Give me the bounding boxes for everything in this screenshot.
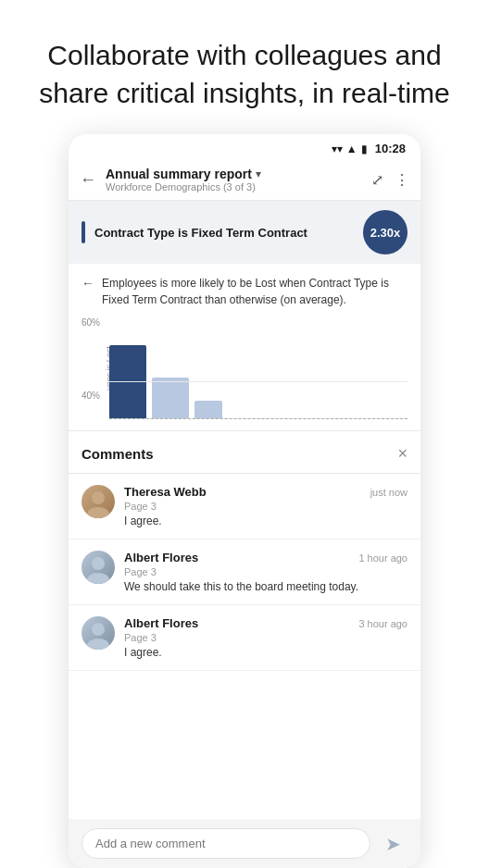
insight-bar <box>82 221 85 243</box>
comment-text: We should take this to the board meeting… <box>124 580 408 593</box>
comment-page: Page 3 <box>124 566 408 577</box>
svg-point-5 <box>87 639 109 650</box>
bar-fixed-term <box>109 345 146 419</box>
comment-item: Albert Flores 1 hour ago Page 3 We shoul… <box>69 539 420 605</box>
comment-body: Albert Flores 1 hour ago Page 3 We shoul… <box>124 551 408 593</box>
chart-back: ← Employees is more likely to be Lost wh… <box>82 275 408 308</box>
battery-icon: ▮ <box>361 143 368 155</box>
avatar <box>82 551 115 584</box>
insight-badge: 2.30x <box>363 210 408 254</box>
close-comments-button[interactable]: × <box>397 444 408 464</box>
bar-other <box>152 378 189 419</box>
comment-body: Albert Flores 3 hour ago Page 3 I agree. <box>124 616 408 659</box>
grid-line-60 <box>109 381 408 382</box>
avatar <box>82 485 115 518</box>
send-icon: ➤ <box>385 833 401 855</box>
insight-badge-value: 2.30x <box>370 226 401 240</box>
chart-back-arrow-icon: ← <box>82 276 94 291</box>
status-time: 10:28 <box>375 142 406 155</box>
comments-section: Comments × Theresa Webb just now Page 3 <box>69 431 420 868</box>
app-header: ← Annual summary report ▾ Workforce Demo… <box>69 159 420 201</box>
status-icons: ▾▾ ▲ ▮ 10:28 <box>332 142 406 155</box>
phone-mockup: ▾▾ ▲ ▮ 10:28 ← Annual summary report ▾ W… <box>69 134 420 868</box>
comment-body: Theresa Webb just now Page 3 I agree. <box>124 485 408 527</box>
back-button[interactable]: ← <box>80 170 96 190</box>
wifi-icon: ▾▾ <box>332 143 343 155</box>
comment-page: Page 3 <box>124 632 408 643</box>
comment-input[interactable] <box>82 828 370 859</box>
comments-title: Comments <box>82 446 154 462</box>
hero-section: Collaborate with colleagues and share cr… <box>0 0 489 134</box>
y-tick-60: 60% <box>82 317 100 328</box>
y-axis-labels: 60% 40% <box>82 317 104 419</box>
comment-input-area: ➤ <box>69 819 420 868</box>
dotted-line <box>109 418 408 419</box>
comment-page: Page 3 <box>124 501 408 512</box>
insight-text: Contract Type is Fixed Term Contract <box>94 226 354 240</box>
chart-description: Employees is more likely to be Lost when… <box>102 275 408 308</box>
comment-text: I agree. <box>124 515 408 527</box>
header-actions: ⤢ ⋮ <box>371 171 409 189</box>
expand-icon[interactable]: ⤢ <box>371 171 383 189</box>
header-title-group: Annual summary report ▾ Workforce Demogr… <box>106 167 371 192</box>
avatar <box>82 616 115 650</box>
bars-area <box>109 336 408 419</box>
insight-banner: Contract Type is Fixed Term Contract 2.3… <box>69 201 420 264</box>
comment-item: Albert Flores 3 hour ago Page 3 I agree. <box>69 605 420 671</box>
report-title: Annual summary report <box>106 167 252 181</box>
comment-time: just now <box>370 487 408 498</box>
y-tick-40: 40% <box>82 391 100 401</box>
comment-time: 1 hour ago <box>358 552 408 564</box>
status-bar: ▾▾ ▲ ▮ 10:28 <box>69 134 420 159</box>
bar-chart: 60% 40% vees is Lost <box>82 317 408 419</box>
chart-section: ← Employees is more likely to be Lost wh… <box>69 264 420 431</box>
hero-title: Collaborate with colleagues and share cr… <box>37 37 452 112</box>
dropdown-arrow-icon[interactable]: ▾ <box>256 167 261 180</box>
header-title: Annual summary report ▾ <box>106 167 371 181</box>
svg-point-4 <box>92 623 105 636</box>
bar-third <box>194 401 222 419</box>
svg-point-1 <box>87 507 109 518</box>
signal-icon: ▲ <box>346 143 357 155</box>
comments-header: Comments × <box>69 431 420 474</box>
report-subtitle: Workforce Demographics (3 of 3) <box>106 181 371 192</box>
comment-author: Albert Flores <box>124 616 198 630</box>
svg-point-3 <box>87 573 109 584</box>
svg-point-2 <box>92 557 105 570</box>
comment-text: I agree. <box>124 646 408 659</box>
svg-point-0 <box>92 491 105 504</box>
comment-meta: Theresa Webb just now <box>124 485 408 499</box>
comment-meta: Albert Flores 3 hour ago <box>124 616 408 630</box>
comment-meta: Albert Flores 1 hour ago <box>124 551 408 564</box>
comment-author: Theresa Webb <box>124 485 207 499</box>
comment-time: 3 hour ago <box>358 618 408 629</box>
comment-author: Albert Flores <box>124 551 198 564</box>
comment-item: Theresa Webb just now Page 3 I agree. <box>69 474 420 539</box>
more-options-icon[interactable]: ⋮ <box>395 171 409 189</box>
page-wrapper: Collaborate with colleagues and share cr… <box>0 0 489 868</box>
send-button[interactable]: ➤ <box>378 829 408 859</box>
